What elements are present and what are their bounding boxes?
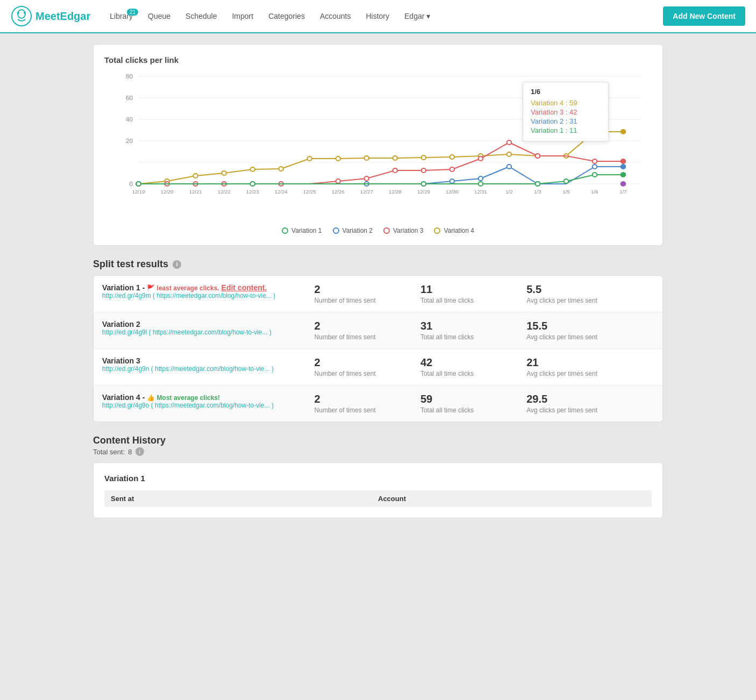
legend-dot-v4: [434, 227, 440, 234]
svg-point-43: [422, 155, 426, 160]
legend-v2: Variation 2: [333, 227, 373, 234]
svg-point-77: [250, 182, 254, 186]
svg-point-62: [507, 140, 511, 145]
history-card: Variation 1 Sent at Account: [93, 462, 663, 518]
svg-text:12/28: 12/28: [389, 189, 402, 195]
nav-import[interactable]: Import: [225, 8, 260, 25]
split-test-table: Variation 1 - 🚩 least average clicks. Ed…: [93, 275, 663, 422]
svg-point-78: [422, 182, 426, 186]
svg-point-57: [365, 176, 369, 181]
logo-text: MeetEdgar: [35, 10, 90, 23]
svg-point-42: [393, 156, 397, 160]
tooltip-v3: Variation 3 : 42: [531, 108, 601, 116]
v4-times-sent: 2 Number of times sent: [315, 393, 420, 414]
svg-point-40: [336, 156, 340, 161]
svg-point-80: [536, 182, 540, 186]
svg-point-59: [422, 168, 426, 173]
chevron-down-icon: ▾: [426, 12, 430, 20]
svg-text:1/2: 1/2: [505, 189, 512, 195]
url2-v4[interactable]: https://meetedgar.com/blog/how-to-vie...: [155, 402, 269, 409]
nav-queue[interactable]: Queue: [141, 8, 177, 25]
svg-text:12/27: 12/27: [360, 189, 373, 195]
svg-point-64: [593, 159, 597, 163]
svg-point-41: [365, 156, 369, 160]
svg-point-82: [593, 173, 597, 177]
logo-icon: [11, 5, 32, 27]
svg-point-39: [308, 156, 312, 161]
variation-3-info: Variation 3 http://ed.gr/4g9n ( https://…: [102, 356, 315, 373]
svg-point-83: [621, 173, 625, 177]
v3-avg-clicks: 21 Avg clicks per times sent: [526, 356, 654, 377]
svg-point-61: [479, 156, 483, 161]
nav-edgar-menu[interactable]: Edgar ▾: [398, 8, 437, 25]
history-variation-title: Variation 1: [104, 474, 652, 483]
nav-history[interactable]: History: [359, 8, 396, 25]
svg-point-38: [279, 167, 283, 171]
nav-accounts[interactable]: Accounts: [313, 8, 358, 25]
svg-point-71: [479, 176, 483, 181]
svg-text:12/22: 12/22: [218, 189, 231, 195]
url1-v2[interactable]: http://ed.gr/4g9l: [102, 328, 147, 336]
svg-text:12/30: 12/30: [446, 189, 459, 195]
nav-library[interactable]: Library 21: [103, 8, 139, 25]
svg-text:1/6: 1/6: [591, 189, 598, 195]
url1-v4[interactable]: http://ed.gr/4g9o: [102, 402, 149, 409]
svg-point-46: [507, 152, 511, 156]
navbar: MeetEdgar Library 21 Queue Schedule Impo…: [0, 0, 756, 33]
svg-text:12/25: 12/25: [303, 189, 316, 195]
v1-avg-clicks: 5.5 Avg clicks per times sent: [526, 283, 654, 304]
url1-v3[interactable]: http://ed.gr/4g9n: [102, 365, 149, 373]
v3-total-clicks: 42 Total all time clicks: [420, 356, 526, 377]
legend-dot-v3: [383, 227, 390, 234]
url2-v3[interactable]: https://meetedgar.com/blog/how-to-vie...: [155, 365, 269, 373]
svg-point-56: [336, 179, 340, 183]
table-row: Variation 1 - 🚩 least average clicks. Ed…: [94, 276, 662, 312]
account-header: Account: [378, 495, 645, 503]
chart-card: Total clicks per link 80 60 40 20 0 12/1…: [93, 44, 663, 246]
svg-text:12/31: 12/31: [474, 189, 487, 195]
chart-legend: Variation 1 Variation 2 Variation 3 Vari…: [104, 227, 652, 234]
svg-text:12/29: 12/29: [417, 189, 430, 195]
svg-text:1/3: 1/3: [534, 189, 541, 195]
svg-point-74: [593, 165, 597, 169]
legend-dot-v1: [282, 227, 288, 234]
svg-text:1/5: 1/5: [562, 189, 569, 195]
url2-v2[interactable]: https://meetedgar.com/blog/how-to-vie...: [153, 328, 267, 336]
svg-text:12/20: 12/20: [161, 189, 174, 195]
split-test-info-icon[interactable]: i: [173, 260, 181, 269]
svg-point-50: [621, 130, 625, 134]
svg-point-58: [393, 168, 397, 173]
edit-content-link-v1[interactable]: Edit content.: [222, 283, 267, 292]
v4-total-clicks: 59 Total all time clicks: [420, 393, 526, 414]
nav-schedule[interactable]: Schedule: [179, 8, 223, 25]
svg-point-79: [479, 182, 483, 186]
svg-point-75: [621, 165, 625, 169]
svg-text:12/19: 12/19: [132, 189, 145, 195]
svg-point-84: [621, 182, 625, 186]
variation-1-info: Variation 1 - 🚩 least average clicks. Ed…: [102, 283, 315, 299]
url2-v1[interactable]: https://meetedgar.com/blog/how-to-vie...: [156, 292, 271, 299]
svg-text:1/7: 1/7: [619, 189, 626, 195]
v3-times-sent: 2 Number of times sent: [315, 356, 420, 377]
total-sent-info-icon[interactable]: i: [135, 447, 144, 456]
add-new-content-button[interactable]: Add New Content: [663, 6, 745, 26]
logo: MeetEdgar: [11, 5, 90, 27]
nav-categories[interactable]: Categories: [262, 8, 311, 25]
least-avg-icon: 🚩: [147, 284, 156, 292]
table-row: Variation 4 - 👍 Most average clicks! htt…: [94, 385, 662, 422]
history-table-header: Sent at Account: [104, 490, 652, 507]
svg-text:60: 60: [126, 95, 133, 101]
svg-point-81: [564, 179, 568, 183]
tooltip-v4: Variation 4 : 59: [531, 99, 601, 107]
svg-text:12/23: 12/23: [246, 189, 259, 195]
url1-v1[interactable]: http://ed.gr/4g9m: [102, 292, 151, 299]
library-badge: 21: [127, 9, 138, 16]
legend-v4: Variation 4: [434, 227, 474, 234]
svg-point-72: [507, 165, 511, 169]
svg-text:80: 80: [126, 73, 133, 80]
svg-point-65: [621, 159, 625, 163]
content-history-title: Content History: [93, 435, 663, 446]
svg-point-35: [193, 174, 197, 178]
table-row: Variation 2 http://ed.gr/4g9l ( https://…: [94, 312, 662, 349]
most-avg-icon: 👍: [147, 394, 156, 402]
